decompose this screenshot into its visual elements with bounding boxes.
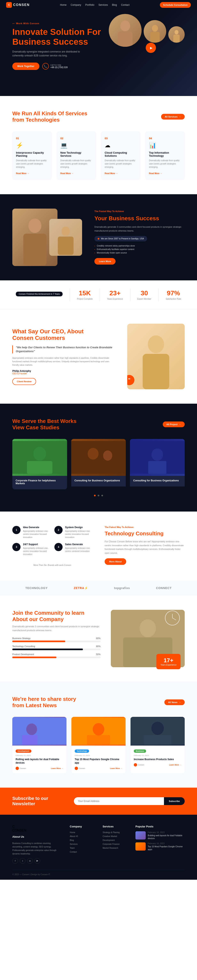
dot-1[interactable] [94, 495, 95, 496]
footer-service-2[interactable]: Creative Market [103, 835, 127, 837]
instagram-icon[interactable]: in [27, 858, 33, 864]
play-button[interactable] [146, 43, 156, 53]
hero-image-medium [144, 20, 166, 43]
case-card-body-1: Corporate Finance for helpfulness Market… [12, 476, 67, 489]
tech-item-content-2: System Design Appropriately embrace one-… [65, 526, 92, 539]
logo[interactable]: C CONSEN [6, 2, 30, 8]
footer-about-title: About Us [12, 835, 62, 838]
case-cards-grid: Corporate Finance for helpfulness Market… [12, 439, 185, 489]
footer-link-blog[interactable]: Blog [70, 839, 94, 842]
learn-more-button[interactable]: Learn More [94, 258, 116, 264]
service-title-4: Top Information Technology [149, 151, 181, 158]
footer-service-4[interactable]: Corporate Finance [103, 843, 127, 845]
stat-members: 30 Expert Member [137, 290, 151, 300]
achievement-para: Dramatically generate 3 communities and … [94, 225, 185, 232]
dot-2[interactable] [98, 495, 99, 496]
news-link-3[interactable]: Learn More → [169, 764, 181, 766]
tech-features-grid: 1 Idea Generate Appropriately embrace on… [12, 526, 92, 566]
dot-3[interactable] [102, 495, 103, 496]
phone-icon[interactable]: 📞 [42, 63, 49, 70]
stat-label-members: Expert Member [137, 298, 151, 300]
footer-link-services[interactable]: Services [70, 843, 94, 845]
svg-rect-15 [71, 441, 126, 474]
nav-company[interactable]: Company [71, 3, 81, 6]
news-body-3: Business February 12, 2023 Increase Busi… [130, 746, 185, 770]
schedule-consultation-button[interactable]: Schedule Consultation [160, 2, 191, 8]
tech-grid: 1 Idea Generate Appropriately embrace on… [12, 526, 92, 556]
footer-service-1[interactable]: Strategy & Planing [103, 831, 127, 834]
nav-portfolio[interactable]: Portfolio [85, 3, 94, 6]
service-readmore-3[interactable]: Read More → [105, 172, 118, 175]
tech-item-content-3: 24/7 Support Appropriately embrace one-c… [23, 543, 50, 556]
nav-blog[interactable]: Blog [112, 3, 117, 6]
main-nav: Home Company Portfolio Services Blog Con… [60, 3, 129, 6]
nav-contact[interactable]: Contact [121, 3, 129, 6]
news-author-2: Consen [75, 767, 85, 770]
footer-post-title-2[interactable]: Top 15 Most Populars Google Chrome apps [148, 845, 185, 851]
ceo-text: Appropriately embrace one-centric innova… [12, 356, 115, 367]
tech-num-4: 4 [54, 543, 63, 551]
work-together-button[interactable]: Work Together [12, 62, 40, 70]
service-readmore-2[interactable]: Read More → [60, 172, 73, 175]
nav-services[interactable]: Services [98, 3, 108, 6]
footer-link-team[interactable]: Team [70, 847, 94, 849]
newsletter-subscribe-button[interactable]: Subscribe [164, 797, 185, 805]
news-body-2: Technology February 12, 2023 Top 15 Most… [71, 746, 126, 773]
newsletter-section: Subscribe to our Newsletter Subscribe [0, 788, 197, 815]
stat-divider-3 [130, 289, 130, 301]
ceo-content: What Say Our CEO, About Consen Customers… [12, 328, 115, 385]
newsletter-email-input[interactable] [74, 797, 164, 805]
ceo-name: Philip Antonphy [12, 370, 115, 372]
years-badge: 17+ Years Experience [156, 654, 181, 669]
service-num-4: 04 [149, 137, 181, 140]
footer-link-contact[interactable]: Contact [70, 851, 94, 853]
all-news-button[interactable]: All News → [164, 699, 185, 705]
service-num-1: 01 [16, 137, 48, 140]
footer-link-home[interactable]: Home [70, 831, 94, 834]
footer-service-5[interactable]: Market Research [103, 847, 127, 849]
news-image-2 [71, 717, 126, 746]
svg-point-31 [93, 723, 105, 735]
case-card-image-1 [12, 439, 67, 476]
stat-projects: 15K Project Complete [77, 290, 93, 300]
progress-bar-product [12, 657, 100, 658]
author-avatar-1 [16, 767, 19, 770]
stats-section: Consen Finished this Achievement in 7 Ye… [0, 280, 197, 309]
news-link-2[interactable]: Learn More → [110, 767, 122, 769]
community-image-container: 17+ Years Experience [111, 610, 185, 667]
case-card-1: Corporate Finance for helpfulness Market… [12, 439, 67, 489]
service-desc-4: Dramatically cultivate from quality user… [149, 159, 181, 169]
svg-point-17 [103, 450, 112, 461]
news-section: We're here to share story from Latest Ne… [0, 682, 197, 788]
facebook-icon[interactable]: f [12, 858, 18, 864]
stat-experience: 23+ Years Experience [107, 290, 123, 300]
svg-rect-11 [143, 354, 169, 389]
stat-num-projects: 15K [77, 290, 93, 297]
ceo-section: What Say Our CEO, About Consen Customers… [0, 309, 197, 404]
client-review-button[interactable]: Client Review [12, 378, 36, 385]
footer-logo-text: CONSEN [12, 829, 26, 832]
footer-post-title-1[interactable]: Building web layouts for dual Foldable d… [148, 834, 185, 840]
news-link-1[interactable]: Learn More → [51, 767, 63, 769]
tech-title-2: System Design [65, 526, 92, 529]
service-readmore-1[interactable]: Read More → [16, 172, 29, 175]
service-readmore-4[interactable]: Read More → [149, 172, 162, 175]
footer-post-info-1: February 16, 2023 Building web layouts f… [148, 831, 185, 840]
all-services-button[interactable]: All Services → [161, 114, 185, 119]
nav-home[interactable]: Home [60, 3, 67, 6]
svg-point-13 [33, 447, 46, 461]
tech-para: For Choose Consen Before know who are we… [105, 539, 185, 555]
all-projects-button[interactable]: All Project → [163, 422, 185, 427]
news-badge-1: Development [16, 749, 32, 753]
case-card-image-2 [71, 439, 126, 476]
progress-product: Product Development 50% [12, 653, 100, 658]
youtube-icon[interactable]: ▶ [35, 858, 40, 864]
achievement-section: The Fasted Way To Achieve Your Business … [0, 194, 197, 280]
twitter-icon[interactable]: t [20, 858, 25, 864]
news-footer-2: Consen Learn More → [75, 767, 122, 770]
svg-point-16 [87, 448, 98, 460]
service-icon-4: 📊 [149, 142, 181, 149]
more-about-button[interactable]: More About [105, 558, 126, 565]
footer-link-about[interactable]: About #3 [70, 835, 94, 837]
footer-service-3[interactable]: Development [103, 839, 127, 842]
